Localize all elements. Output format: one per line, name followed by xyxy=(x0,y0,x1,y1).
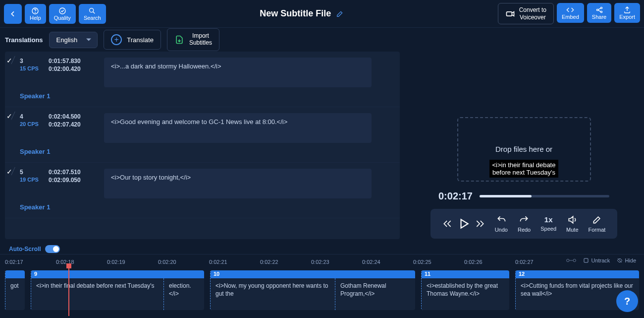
subtitle-text[interactable]: <i>...a dark and stormy Halloween.</i> xyxy=(104,58,372,87)
language-select[interactable]: English xyxy=(49,32,98,48)
undo-icon xyxy=(496,215,506,225)
zoom-controls[interactable] xyxy=(566,257,576,263)
help-fab[interactable]: ? xyxy=(616,290,638,312)
clip-segment: election.</i> xyxy=(164,278,204,310)
subtitle-index: 4 xyxy=(20,113,44,120)
subtitle-end[interactable]: 0:02:00.420 xyxy=(49,65,81,72)
clip-body: got xyxy=(5,278,25,310)
translations-label: Translations xyxy=(5,36,43,44)
toggle-switch[interactable] xyxy=(45,245,60,253)
clip-body: <i>established by the great Thomas Wayne… xyxy=(422,278,509,310)
check-icon: ✓ xyxy=(6,57,12,64)
progress-fill xyxy=(480,195,532,197)
subtitle-text[interactable]: <i>Our top story tonight,</i> xyxy=(104,169,372,198)
subtitle-end[interactable]: 0:02:07.420 xyxy=(49,121,81,128)
subtitle-index: 3 xyxy=(20,58,44,64)
untrack-icon xyxy=(583,257,589,263)
export-icon xyxy=(623,6,631,14)
page-title: New Subtitle File xyxy=(260,8,331,19)
search-label: Search xyxy=(84,15,101,21)
clip-index: 11 xyxy=(422,270,509,278)
clip-body: <i>in their final debate before next Tue… xyxy=(31,278,204,310)
edit-title-button[interactable] xyxy=(336,10,344,18)
title-bar: New Subtitle File xyxy=(106,8,498,19)
redo-button[interactable]: Redo xyxy=(518,215,531,233)
timeline-clip[interactable]: 9<i>in their final debate before next Tu… xyxy=(31,270,204,310)
undo-button[interactable]: Undo xyxy=(495,215,508,233)
progress-bar[interactable] xyxy=(480,195,609,197)
playhead[interactable] xyxy=(68,266,69,316)
clip-index: 12 xyxy=(516,270,639,278)
timeline-clip[interactable]: got xyxy=(5,270,25,310)
format-button[interactable]: Format xyxy=(589,215,606,233)
timeline-tick: 0:02:21 xyxy=(209,259,260,265)
clip-segment: <i>in their final debate before next Tue… xyxy=(31,278,164,310)
time-row: 0:02:17 xyxy=(419,191,629,202)
timeline-tick: 0:02:24 xyxy=(362,259,413,265)
subtitle-item[interactable]: ✓519 CPS0:02:07.5100:02:09.050<i>Our top… xyxy=(5,163,400,218)
dropzone[interactable]: Drop files here or <i>in their final deb… xyxy=(457,117,591,182)
back-button[interactable] xyxy=(4,4,22,24)
subtitle-start[interactable]: 0:02:04.500 xyxy=(49,113,81,120)
svg-point-9 xyxy=(573,259,576,261)
subtitle-item[interactable]: ✓420 CPS0:02:04.5000:02:07.420<i>Good ev… xyxy=(5,107,400,163)
overlay-line1: <i>in their final debate xyxy=(492,161,556,169)
forward-button[interactable] xyxy=(475,219,485,229)
speed-value: 1x xyxy=(544,215,553,224)
speed-button[interactable]: 1x Speed xyxy=(540,215,556,232)
quality-icon xyxy=(58,7,66,15)
mute-button[interactable]: Mute xyxy=(566,215,578,233)
subtitle-start[interactable]: 0:02:07.510 xyxy=(49,169,81,176)
subtitle-end[interactable]: 0:02:09.050 xyxy=(49,177,81,184)
rewind-button[interactable] xyxy=(442,219,452,229)
subtitle-speaker[interactable]: Speaker 1 xyxy=(20,203,393,211)
embed-button[interactable]: Embed xyxy=(557,3,584,23)
subtitle-speaker[interactable]: Speaker 1 xyxy=(20,148,393,155)
clip-segment: <i>Now, my young opponent here wants to … xyxy=(211,278,335,310)
export-label: Export xyxy=(619,14,635,20)
timeline-tick: 0:02:22 xyxy=(260,259,311,265)
hide-button[interactable]: Hide xyxy=(617,257,636,263)
share-button[interactable]: Share xyxy=(587,3,611,23)
search-button[interactable]: Search xyxy=(79,4,106,24)
convert-label: Convert to Voiceover xyxy=(519,6,546,21)
subtitle-text[interactable]: <i>Good evening and welcome to GC-1 News… xyxy=(104,113,372,143)
pencil-icon xyxy=(592,215,602,225)
clip-segment: <i>established by the great Thomas Wayne… xyxy=(422,278,509,310)
clip-index xyxy=(5,270,25,278)
timeline-tick: 0:02:26 xyxy=(464,259,515,265)
timeline-tick: 0:02:23 xyxy=(311,259,362,265)
auto-scroll-toggle[interactable]: Auto-Scroll xyxy=(9,245,60,253)
help-button[interactable]: Help xyxy=(25,4,46,24)
translate-button[interactable]: + Translate xyxy=(104,30,161,50)
timeline-tick: 0:02:18 xyxy=(56,259,107,265)
language-value: English xyxy=(56,36,78,44)
timeline-clip[interactable]: 11<i>established by the great Thomas Way… xyxy=(421,270,509,310)
overlay-line2: before next Tuesday's xyxy=(492,169,556,176)
code-icon xyxy=(566,6,574,14)
clip-segment: got xyxy=(5,278,25,310)
convert-voiceover-button[interactable]: Convert to Voiceover xyxy=(498,3,554,24)
toolbar: Translations English + Translate Import … xyxy=(0,28,644,52)
timeline-tick: 0:02:17 xyxy=(5,259,56,265)
timeline-tick: 0:02:25 xyxy=(413,259,464,265)
timeline-tick: 0:02:20 xyxy=(158,259,209,265)
clip-index: 10 xyxy=(211,270,415,278)
subtitle-panel: ✓315 CPS0:01:57.8300:02:00.420<i>...a da… xyxy=(0,52,404,254)
svg-point-3 xyxy=(90,8,94,12)
timeline[interactable]: 0:02:170:02:180:02:190:02:200:02:210:02:… xyxy=(0,254,644,318)
play-button[interactable] xyxy=(457,217,470,230)
subtitle-list[interactable]: ✓315 CPS0:01:57.8300:02:00.420<i>...a da… xyxy=(5,52,400,239)
check-icon: ✓ xyxy=(6,112,12,120)
auto-scroll-label: Auto-Scroll xyxy=(9,246,41,253)
svg-point-8 xyxy=(567,259,569,261)
subtitle-start[interactable]: 0:01:57.830 xyxy=(49,58,81,64)
import-subtitles-button[interactable]: Import Subtitles xyxy=(167,28,219,51)
timeline-clip[interactable]: 10<i>Now, my young opponent here wants t… xyxy=(210,270,415,310)
timeline-tick: 0:02:19 xyxy=(107,259,158,265)
subtitle-speaker[interactable]: Speaker 1 xyxy=(20,92,393,100)
subtitle-item[interactable]: ✓315 CPS0:01:57.8300:02:00.420<i>...a da… xyxy=(5,52,400,107)
export-button[interactable]: Export xyxy=(614,3,640,23)
untrack-button[interactable]: Untrack xyxy=(583,257,610,263)
quality-button[interactable]: Quality xyxy=(49,4,76,24)
